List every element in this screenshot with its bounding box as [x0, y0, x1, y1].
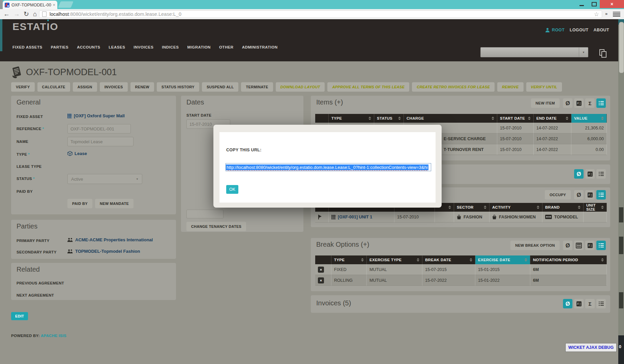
calendar-view-button[interactable]	[574, 241, 584, 250]
assign-button[interactable]: ASSIGN	[73, 82, 97, 92]
about-link[interactable]: ABOUT	[594, 28, 609, 32]
fixed-asset-link[interactable]: [OXF] Oxford Super Mall	[67, 113, 125, 118]
name-field[interactable]	[67, 137, 133, 146]
list-view-button[interactable]	[596, 241, 606, 250]
renew-button[interactable]: RENEW	[130, 82, 154, 92]
bookmark-star-icon[interactable]: ☆	[594, 11, 599, 18]
user-menu[interactable]: ROOT	[552, 28, 565, 32]
break-col-break-date[interactable]: BREAK DATE	[422, 255, 475, 264]
home-button[interactable]: ⌂	[33, 10, 37, 19]
nav-fixed-assets[interactable]: FIXED ASSETS	[12, 45, 42, 49]
list-view-button[interactable]	[596, 190, 606, 200]
reference-field[interactable]	[67, 124, 131, 133]
sort-icon[interactable]	[599, 258, 604, 262]
new-tab-button[interactable]	[58, 1, 73, 8]
new-mandate-button[interactable]: NEW MANDATE	[95, 199, 133, 208]
sort-icon[interactable]	[576, 206, 581, 209]
calculate-button[interactable]: CALCULATE	[37, 82, 70, 92]
browser-menu-icon[interactable]	[613, 12, 620, 17]
occupy-button[interactable]: OCCUPY	[545, 190, 571, 200]
back-button[interactable]: ←	[3, 10, 10, 19]
hide-columns-button[interactable]: Ø	[574, 190, 584, 200]
occupancies-col-sector[interactable]: SECTOR	[454, 203, 489, 212]
sort-icon[interactable]	[468, 258, 472, 262]
break-col-exercise-date[interactable]: EXERCISE DATE	[475, 255, 530, 264]
sort-icon[interactable]	[396, 117, 401, 120]
nav-leases[interactable]: LEASES	[109, 45, 125, 49]
occupancies-col-unit-size[interactable]: UNIT SIZE	[584, 203, 607, 212]
window-close-button[interactable]: ×	[600, 0, 624, 8]
copy-url-field[interactable]: http://localhost:8080/wicket/entity/org.…	[226, 163, 431, 171]
nav-administration[interactable]: ADMINISTRATION	[242, 45, 278, 49]
browser-scrollbar[interactable]	[618, 19, 624, 364]
change-tenancy-dates-button[interactable]: CHANGE TENANCY DATES	[186, 222, 246, 231]
export-excel-button[interactable]	[585, 241, 595, 250]
tab-close-icon[interactable]: ×	[53, 2, 55, 7]
invoices-button[interactable]: INVOICES	[100, 82, 128, 92]
secondary-party-link[interactable]: TOPMODEL-Topmodel Fashion	[67, 249, 140, 254]
occupancies-col-brand[interactable]: BRAND	[542, 203, 584, 212]
verify-until-button[interactable]: VERIFY UNTIL	[526, 82, 562, 92]
window-minimize-button[interactable]	[576, 0, 587, 8]
edit-button[interactable]: EDIT	[11, 312, 28, 320]
items-col-status[interactable]: STATUS	[374, 114, 404, 123]
items-col-start-date[interactable]: START DATE	[497, 114, 534, 123]
approve-all-terms-button[interactable]: APPROVE ALL TERMS OF THIS LEASE	[327, 82, 409, 92]
nav-migration[interactable]: MIGRATION	[187, 45, 210, 49]
new-item-button[interactable]: NEW ITEM	[531, 98, 560, 108]
forward-button[interactable]: →	[13, 10, 20, 19]
list-view-button[interactable]	[596, 299, 606, 308]
paid-by-button[interactable]: PAID BY	[67, 199, 92, 208]
items-col-charge[interactable]: CHARGE	[404, 114, 497, 123]
list-view-button[interactable]	[596, 169, 606, 179]
remove-button[interactable]: REMOVE	[497, 82, 523, 92]
primary-party-link[interactable]: ACME-ACME Properties International	[67, 237, 153, 242]
occupancies-col-activity[interactable]: ACTIVITY	[489, 203, 542, 212]
type-link[interactable]: Lease	[67, 151, 87, 156]
hide-columns-button[interactable]: Ø	[563, 299, 572, 308]
sort-icon[interactable]	[366, 117, 371, 120]
export-excel-button[interactable]	[585, 169, 595, 179]
delete-row-button[interactable]: ×	[318, 267, 324, 273]
items-col-value[interactable]: VALUE	[571, 114, 607, 123]
sort-icon[interactable]	[359, 258, 364, 262]
wicket-ajax-debug-link[interactable]: WICKET AJAX DEBUG	[565, 343, 617, 352]
sort-icon[interactable]	[535, 206, 539, 209]
ok-button[interactable]: OK	[226, 185, 238, 194]
export-excel-button[interactable]	[574, 98, 584, 108]
unit-link[interactable]: [OXF-001] UNIT 1	[331, 215, 372, 219]
verify-button[interactable]: VERIFY	[11, 82, 35, 92]
export-excel-button[interactable]	[585, 190, 595, 200]
nav-accounts[interactable]: ACCOUNTS	[77, 45, 100, 49]
hide-columns-button[interactable]: Ø	[563, 98, 572, 108]
break-col-notification-period[interactable]: NOTIFICATION PERIOD	[530, 255, 607, 264]
break-col-type[interactable]: TYPE	[331, 255, 367, 264]
new-break-option-button[interactable]: NEW BREAK OPTION	[510, 241, 560, 250]
scrollbar-thumb[interactable]	[619, 22, 624, 73]
global-search-select[interactable]: ▼	[480, 47, 588, 57]
nav-invoices[interactable]: INVOICES	[133, 45, 153, 49]
suspend-all-button[interactable]: SUSPEND ALL	[202, 82, 239, 92]
logout-link[interactable]: LOGOUT	[570, 28, 589, 32]
create-retro-invoices-button[interactable]: CREATE RETRO INVOICES FOR LEASE	[412, 82, 495, 92]
list-view-button[interactable]	[596, 98, 606, 108]
extensions-overflow-icon[interactable]: »	[605, 11, 607, 16]
items-col-end-date[interactable]: END DATE	[534, 114, 571, 123]
delete-row-button[interactable]: ×	[318, 277, 324, 283]
break-col-exercise-type[interactable]: EXERCISE TYPE	[367, 255, 422, 264]
nav-other[interactable]: OTHER	[219, 45, 234, 49]
sort-icon[interactable]	[523, 258, 527, 262]
status-history-button[interactable]: STATUS HISTORY	[157, 82, 199, 92]
reload-button[interactable]: ↻	[24, 10, 29, 19]
hide-columns-button[interactable]: Ø	[574, 169, 584, 179]
sort-icon[interactable]	[564, 117, 568, 120]
browser-tab[interactable]: OXF-TOPMODEL-001 ×	[3, 1, 57, 9]
sort-icon[interactable]	[599, 117, 604, 120]
copy-pages-icon[interactable]	[599, 49, 605, 57]
nav-indices[interactable]: INDICES	[162, 45, 179, 49]
download-layout-button[interactable]: DOWNLOAD LAYOUT	[276, 82, 325, 92]
status-select[interactable]: Active▼	[67, 174, 142, 184]
apache-isis-link[interactable]: APACHE ISIS	[41, 334, 66, 338]
summary-button[interactable]: Σ	[585, 299, 595, 308]
export-excel-button[interactable]	[574, 299, 584, 308]
